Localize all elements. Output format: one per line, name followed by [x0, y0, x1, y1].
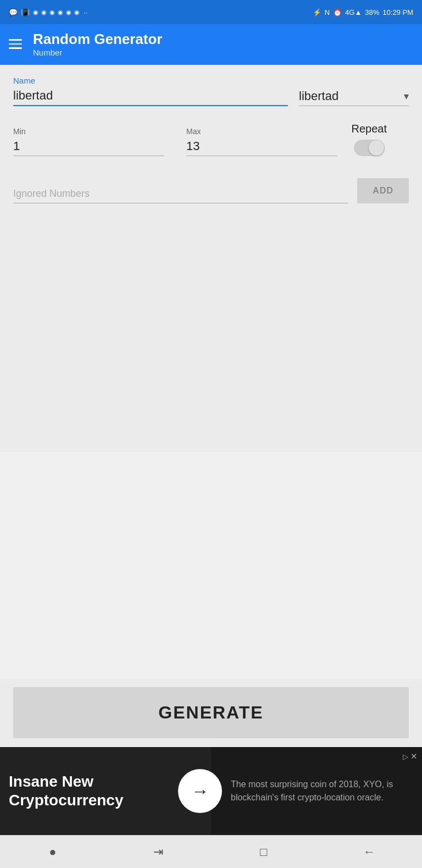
arrow-right-icon: →	[191, 781, 209, 801]
app-subtitle: Number	[33, 48, 163, 57]
generate-button[interactable]: GENERATE	[13, 687, 409, 738]
name-section: Name libertad ▾	[13, 76, 409, 106]
ad-left: Insane New Cryptocurrency →	[0, 747, 211, 835]
ad-left-text: Insane New Cryptocurrency	[9, 772, 202, 809]
ad-right-text: The most surprising coin of 2018, XYO, i…	[231, 778, 413, 804]
alarm-icon: ⏰	[333, 8, 342, 16]
ad-info-icon: ▷	[403, 753, 408, 761]
max-input[interactable]	[186, 139, 337, 156]
nav-recent-button[interactable]: ⇥	[145, 841, 172, 863]
repeat-toggle[interactable]	[354, 140, 385, 156]
ad-play-button[interactable]: →	[178, 769, 222, 813]
chat-icon: 💬	[9, 8, 18, 16]
menu-button[interactable]	[9, 39, 22, 49]
repeat-section: Repeat	[352, 123, 387, 156]
ad-controls: ▷ ✕	[403, 751, 418, 761]
home-icon: ●	[49, 845, 56, 859]
app-title: Random Generator	[33, 31, 163, 48]
status-bar: 💬 📳 ◉ ◉ ◉ ◉ ◉ ◉ ·· ⚡ N ⏰ 4G▲ 38% 10:29 P…	[0, 0, 422, 24]
ignored-input-wrapper	[13, 188, 348, 203]
min-field: Min	[13, 127, 164, 156]
more-icon: ··	[84, 8, 87, 16]
bottom-nav: ● ⇥ □ ←	[0, 835, 422, 868]
ignored-section: ADD	[13, 178, 409, 203]
chevron-down-icon: ▾	[404, 90, 409, 102]
name-dropdown-value: libertad	[299, 89, 399, 103]
max-label: Max	[186, 127, 337, 136]
ad-close-button[interactable]: ✕	[410, 751, 418, 761]
name-label: Name	[13, 76, 409, 85]
voicemail-icon: 📳	[21, 8, 30, 16]
battery-text: 38%	[365, 8, 379, 16]
toggle-knob	[369, 140, 384, 156]
name-input-wrapper	[13, 89, 288, 106]
generate-section: GENERATE	[0, 678, 422, 747]
nav-home-button[interactable]: ●	[39, 841, 66, 863]
app-bar: Random Generator Number	[0, 24, 422, 65]
recent-icon: ⇥	[153, 845, 163, 859]
square-icon: □	[260, 845, 267, 859]
bluetooth-icon: ⚡	[313, 8, 321, 16]
content-spacer	[0, 452, 422, 678]
app-bar-titles: Random Generator Number	[33, 31, 163, 57]
status-notifications: 💬 📳 ◉ ◉ ◉ ◉ ◉ ◉ ··	[9, 8, 88, 16]
ignored-numbers-input[interactable]	[13, 188, 348, 203]
name-dropdown[interactable]: libertad ▾	[299, 89, 409, 106]
name-row: libertad ▾	[13, 89, 409, 106]
signal-icon: 4G▲	[345, 8, 362, 16]
min-label: Min	[13, 127, 164, 136]
min-input[interactable]	[13, 139, 164, 156]
nav-back-button[interactable]: ←	[356, 841, 383, 863]
repeat-label: Repeat	[352, 123, 387, 135]
ad-banner: Insane New Cryptocurrency → ▷ ✕ The most…	[0, 747, 422, 835]
main-content: Name libertad ▾ Min Max Repeat	[0, 65, 422, 452]
range-section: Min Max Repeat	[13, 123, 409, 156]
discord-icons: ◉ ◉ ◉ ◉ ◉ ◉	[33, 9, 80, 16]
time-text: 10:29 PM	[382, 8, 413, 16]
nfc-icon: N	[325, 8, 330, 16]
name-input[interactable]	[13, 89, 288, 106]
ad-right: ▷ ✕ The most surprising coin of 2018, XY…	[211, 769, 422, 813]
back-icon: ←	[363, 845, 375, 859]
status-system: ⚡ N ⏰ 4G▲ 38% 10:29 PM	[313, 8, 413, 16]
max-field: Max	[186, 127, 337, 156]
add-button[interactable]: ADD	[357, 178, 409, 203]
nav-overview-button[interactable]: □	[250, 841, 277, 863]
